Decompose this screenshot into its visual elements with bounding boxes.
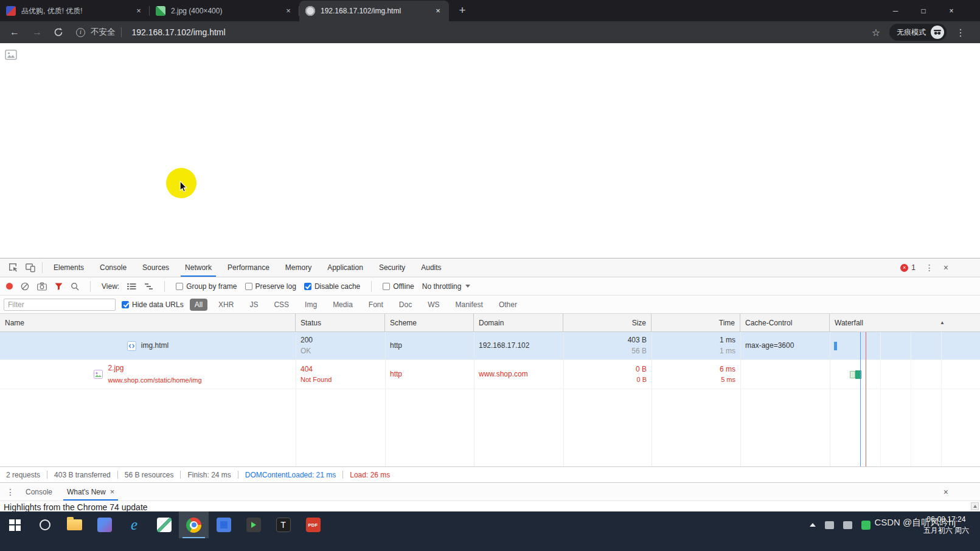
summary-resources: 56 B resources: [125, 471, 174, 479]
disable-cache-option[interactable]: Disable cache: [304, 282, 360, 291]
tab-sources[interactable]: Sources: [134, 258, 177, 277]
view-list-icon[interactable]: [127, 283, 136, 290]
editor-button[interactable]: [149, 511, 179, 538]
column-header-waterfall[interactable]: Waterfall ▲: [830, 314, 980, 331]
tab-close-icon[interactable]: ×: [134, 6, 144, 16]
devtools-menu-icon[interactable]: ⋮: [925, 263, 934, 272]
window-minimize-button[interactable]: ─: [881, 0, 909, 21]
cell-name: img.html: [0, 332, 296, 359]
tab-elements[interactable]: Elements: [46, 258, 92, 277]
forward-button[interactable]: →: [31, 27, 43, 38]
drawer-menu-icon[interactable]: ⋮: [2, 487, 18, 497]
hide-data-urls-option[interactable]: Hide data URLs: [122, 300, 184, 309]
filter-input[interactable]: [4, 299, 116, 311]
bookmark-star-icon[interactable]: ☆: [872, 27, 880, 38]
table-row-imghtml[interactable]: img.html 200 OK http 192.168.17.102 403 …: [0, 332, 980, 360]
column-header-domain[interactable]: Domain: [474, 314, 563, 331]
chevron-up-icon[interactable]: [810, 523, 816, 527]
tab-close-icon[interactable]: ×: [433, 6, 443, 16]
request-table-body: img.html 200 OK http 192.168.17.102 403 …: [0, 332, 980, 466]
browser-tab-pinyougou[interactable]: 品优购, 优质! 优质! ×: [0, 1, 150, 21]
internet-explorer-button[interactable]: e: [119, 511, 149, 538]
filter-type-media[interactable]: Media: [328, 299, 358, 311]
drawer-tab-whats-new[interactable]: What's New ×: [60, 483, 122, 501]
taskbar-clock[interactable]: 06-08 17:24 五月初六 周六: [923, 514, 969, 536]
search-button[interactable]: [30, 511, 60, 538]
offline-option[interactable]: Offline: [383, 282, 414, 291]
typora-button[interactable]: T: [268, 511, 298, 538]
tab-performance[interactable]: Performance: [220, 258, 277, 277]
device-toolbar-icon[interactable]: [22, 258, 39, 277]
url-text[interactable]: 192.168.17.102/img.html: [132, 27, 226, 37]
incognito-badge[interactable]: 无痕模式: [889, 24, 947, 41]
group-by-frame-checkbox[interactable]: [176, 283, 183, 290]
throttling-dropdown[interactable]: No throttling: [422, 282, 471, 291]
app-button-1[interactable]: [89, 511, 119, 538]
filter-type-css[interactable]: CSS: [269, 299, 294, 311]
filter-type-manifest[interactable]: Manifest: [451, 299, 488, 311]
filter-type-other[interactable]: Other: [494, 299, 522, 311]
tab-application[interactable]: Application: [319, 258, 371, 277]
browser-menu-icon[interactable]: ⋮: [956, 27, 965, 38]
devtools-close-icon[interactable]: ×: [944, 263, 948, 272]
screenshot-camera-icon[interactable]: [37, 282, 47, 291]
search-icon[interactable]: [71, 282, 79, 291]
browser-tab-imghtml-active[interactable]: 192.168.17.102/img.html ×: [299, 1, 449, 21]
filter-funnel-icon[interactable]: [55, 283, 63, 290]
start-button[interactable]: [0, 511, 30, 538]
app-button-2[interactable]: [209, 511, 238, 538]
new-tab-button[interactable]: +: [454, 2, 471, 19]
tab-console[interactable]: Console: [92, 258, 134, 277]
table-row-2jpg[interactable]: 2.jpg www.shop.com/static/home/img 404 N…: [0, 360, 980, 389]
column-header-size[interactable]: Size: [563, 314, 652, 331]
filter-type-img[interactable]: Img: [300, 299, 322, 311]
tab-network[interactable]: Network: [177, 258, 220, 277]
filter-type-font[interactable]: Font: [364, 299, 388, 311]
back-button[interactable]: ←: [9, 27, 21, 38]
media-app-button[interactable]: [238, 511, 268, 538]
reload-button[interactable]: [54, 27, 66, 37]
filter-type-js[interactable]: JS: [245, 299, 263, 311]
file-explorer-button[interactable]: [60, 511, 89, 538]
hide-data-urls-checkbox[interactable]: [122, 301, 129, 308]
filter-type-doc[interactable]: Doc: [394, 299, 417, 311]
column-header-name[interactable]: Name: [0, 314, 296, 331]
tab-memory[interactable]: Memory: [277, 258, 319, 277]
tab-title: 192.168.17.102/img.html: [321, 7, 428, 15]
window-maximize-button[interactable]: □: [909, 0, 937, 21]
tab-audits[interactable]: Audits: [413, 258, 449, 277]
record-button[interactable]: [6, 283, 13, 289]
drawer-tab-close-icon[interactable]: ×: [110, 487, 115, 496]
scroll-up-button[interactable]: [971, 502, 979, 510]
preserve-log-checkbox[interactable]: [245, 283, 252, 290]
inspect-element-icon[interactable]: [5, 258, 22, 277]
window-close-button[interactable]: ×: [937, 0, 965, 21]
browser-tab-image[interactable]: 2.jpg (400×400) ×: [150, 1, 299, 21]
disable-cache-checkbox[interactable]: [304, 283, 311, 290]
tab-security[interactable]: Security: [371, 258, 413, 277]
drawer-close-icon[interactable]: ×: [944, 487, 980, 497]
tray-icon[interactable]: [825, 521, 834, 529]
drawer-tab-console[interactable]: Console: [18, 483, 60, 501]
pdf-app-button[interactable]: PDF: [298, 511, 328, 538]
clear-button[interactable]: [21, 282, 29, 291]
filter-type-all[interactable]: All: [190, 299, 207, 311]
column-header-cache-control[interactable]: Cache-Control: [740, 314, 830, 331]
column-header-status[interactable]: Status: [296, 314, 385, 331]
group-by-frame-option[interactable]: Group by frame: [176, 282, 237, 291]
summary-transferred: 403 B transferred: [54, 471, 111, 479]
site-security-info[interactable]: i 不安全: [76, 27, 122, 38]
devtools-panel: Elements Console Sources Network Perform…: [0, 258, 980, 511]
tray-icon[interactable]: [843, 521, 852, 529]
error-badge[interactable]: × 1: [900, 263, 916, 272]
chrome-button-active[interactable]: [179, 511, 209, 538]
filter-type-xhr[interactable]: XHR: [214, 299, 238, 311]
tray-green-icon[interactable]: [861, 521, 871, 530]
column-header-scheme[interactable]: Scheme: [385, 314, 474, 331]
tab-close-icon[interactable]: ×: [283, 6, 293, 16]
view-waterfall-icon[interactable]: [144, 283, 153, 290]
preserve-log-option[interactable]: Preserve log: [245, 282, 296, 291]
filter-type-ws[interactable]: WS: [423, 299, 444, 311]
offline-checkbox[interactable]: [383, 283, 390, 290]
column-header-time[interactable]: Time: [652, 314, 740, 331]
